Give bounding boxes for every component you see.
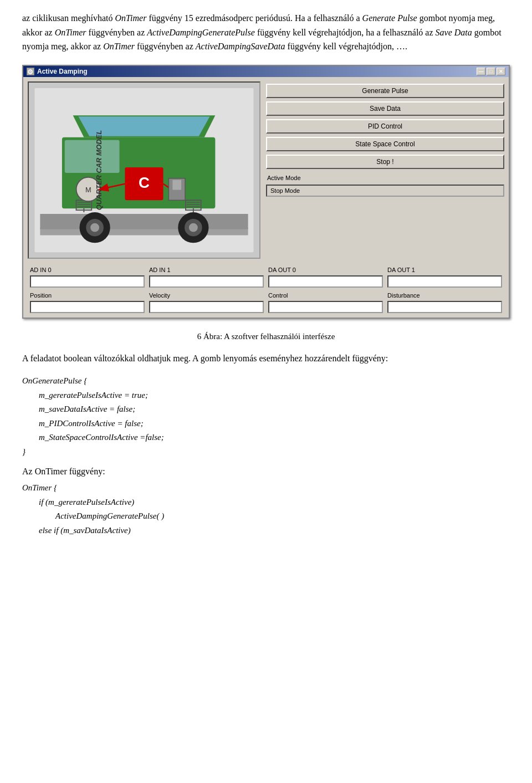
svg-rect-7 [65,140,120,172]
on-timer-if: if (m_gereratePulseIsActive) [22,495,510,510]
car-diagram-svg: C M QUARTER CAR MODEL [29,83,259,258]
window-body: C M QUARTER CAR MODEL [23,77,509,263]
code-on-generate-pulse: OnGeneratePulse { m_gereratePulseIsActiv… [22,374,510,459]
on-timer-else-if: else if (m_savDataIsActive) [22,524,510,538]
intro-text-part8: függvény kell végrehajtódjon, …. [285,42,407,51]
intro-text-part7: függvényben az [135,42,196,51]
on-timer-ref1: OnTimer [115,13,147,23]
svg-text:M: M [85,185,91,193]
input-group-da1: DA OUT 1 Disturbance [385,267,504,313]
save-data-button[interactable]: Save Data [266,101,504,116]
active-damping-ref: ActiveDampingGeneratePulse [147,28,255,37]
svg-point-10 [90,223,99,232]
code-line-4: m_StateSpaceControlIsActive =false; [22,431,510,445]
active-save-ref: ActiveDampingSaveData [196,42,285,51]
ad0-field[interactable] [30,275,145,288]
generate-pulse-ref: Generate Pulse [362,13,417,23]
state-space-control-button[interactable]: State Space Control [266,137,504,151]
on-timer-ref3: OnTimer [103,42,135,51]
on-timer-open: OnTimer { [22,481,510,495]
intro-text-part1: az ciklikusan meghívható [22,13,115,23]
intro-text-part2: függvény 15 ezredmásodperc periódusú. Ha… [146,13,362,23]
svg-point-13 [189,223,198,232]
figure-caption: 6 Ábra: A szoftver felhasználói interfés… [22,332,510,341]
da1-field[interactable] [387,275,502,288]
window-titlebar: ⚙ Active Damping — □ ✕ [23,66,509,77]
disturbance-field[interactable] [387,301,502,313]
generate-pulse-button[interactable]: Generate Pulse [266,84,504,98]
active-mode-label: Active Mode [266,175,504,181]
stop-mode-box: Stop Mode [266,185,504,197]
svg-text:QUARTER CAR MODEL: QUARTER CAR MODEL [95,130,103,210]
code-line-3: m_PIDControlIsActive = false; [22,417,510,431]
position-label: Position [30,292,145,299]
minimize-button[interactable]: — [477,68,485,75]
close-button[interactable]: ✕ [497,68,505,75]
input-group-ad0: AD IN 0 Position [28,267,147,313]
intro-text-part4: függvényben az [86,28,147,37]
svg-rect-3 [40,214,248,229]
control-label: Control [268,292,383,299]
stop-button[interactable]: Stop ! [266,155,504,169]
input-group-da0: DA OUT 0 Control [266,267,385,313]
active-damping-window: ⚙ Active Damping — □ ✕ [22,65,510,319]
window-title: Active Damping [37,68,88,75]
intro-text-part5: függvény kell végrehajtódjon, ha a felha… [255,28,436,37]
code-closing: } [22,445,510,459]
bottom-input-section: AD IN 0 Position AD IN 1 Velocity DA OUT… [23,263,509,318]
code-line-2: m_saveDataIsActive = false; [22,402,510,417]
pid-control-button[interactable]: PID Control [266,119,504,134]
window-controls[interactable]: — □ ✕ [477,68,505,75]
svg-rect-31 [172,180,181,190]
intro-paragraph: az ciklikusan meghívható OnTimer függvén… [22,11,510,54]
code-line-open: OnGeneratePulse { [22,374,510,388]
right-control-panel: Generate Pulse Save Data PID Control Sta… [266,81,504,259]
window-icon: ⚙ [27,68,34,75]
da0-field[interactable] [268,275,383,288]
code-line-1: m_gereratePulseIsActive = true; [22,388,510,403]
disturbance-label: Disturbance [387,292,502,299]
on-timer-call: ActiveDampingGeneratePulse( ) [22,509,510,524]
on-timer-ref2: OnTimer [55,28,86,37]
save-data-ref: Save Data [436,28,472,37]
maximize-button[interactable]: □ [487,68,495,75]
svg-text:C: C [139,173,150,191]
ad0-label: AD IN 0 [30,267,145,273]
da0-label: DA OUT 0 [268,267,383,273]
ad1-label: AD IN 1 [149,267,264,273]
boolean-text: A feladatot boolean változókkal oldhatju… [22,351,510,366]
da1-label: DA OUT 1 [387,267,502,273]
on-timer-heading: Az OnTimer függvény: [22,467,510,477]
velocity-field[interactable] [149,301,264,313]
input-group-ad1: AD IN 1 Velocity [147,267,266,313]
car-diagram-panel: C M QUARTER CAR MODEL [28,81,260,259]
ad1-field[interactable] [149,275,264,288]
code-on-timer: OnTimer { if (m_gereratePulseIsActive) A… [22,481,510,538]
velocity-label: Velocity [149,292,264,299]
control-field[interactable] [268,301,383,313]
titlebar-left: ⚙ Active Damping [27,68,88,75]
position-field[interactable] [30,301,145,313]
